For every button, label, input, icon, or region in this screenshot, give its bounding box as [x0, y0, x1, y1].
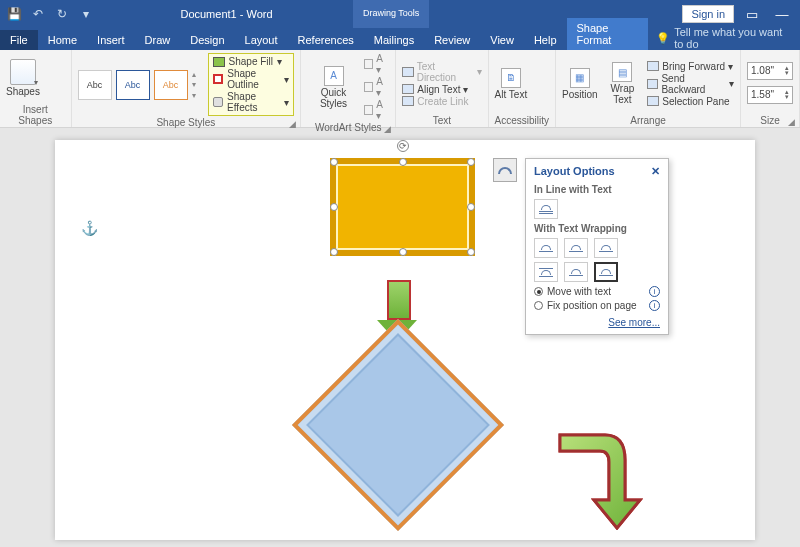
undo-icon[interactable]: ↶ — [30, 6, 46, 22]
effects-icon — [213, 97, 224, 107]
group-label-insert-shapes: Insert Shapes — [6, 103, 65, 126]
tab-home[interactable]: Home — [38, 30, 87, 50]
height-input[interactable]: 1.08"▴▾ — [747, 62, 793, 80]
move-with-text-radio[interactable]: Move with texti — [534, 286, 660, 297]
wrap-through-option[interactable] — [594, 238, 618, 258]
wrap-topbottom-option[interactable] — [534, 262, 558, 282]
create-link-button[interactable]: Create Link — [402, 96, 481, 107]
tab-view[interactable]: View — [480, 30, 524, 50]
wrap-inline-option[interactable] — [534, 199, 558, 219]
info-icon[interactable]: i — [649, 286, 660, 297]
selected-rectangle-shape[interactable]: ⟳ — [330, 158, 475, 256]
close-icon[interactable]: ✕ — [651, 165, 660, 178]
send-backward-button[interactable]: Send Backward ▾ — [647, 73, 734, 95]
tab-references[interactable]: References — [288, 30, 364, 50]
group-label-arrange: Arrange — [562, 114, 734, 126]
diamond-shape[interactable] — [292, 319, 504, 531]
gallery-more-icon[interactable]: ▾ — [192, 91, 204, 100]
outline-icon — [213, 74, 224, 84]
tab-layout[interactable]: Layout — [235, 30, 288, 50]
tab-draw[interactable]: Draw — [135, 30, 181, 50]
dialog-launcher-icon[interactable]: ◢ — [384, 124, 391, 134]
flyout-title: Layout Options — [534, 165, 615, 178]
gallery-up-icon[interactable]: ▴ — [192, 70, 204, 79]
tab-design[interactable]: Design — [180, 30, 234, 50]
tab-file[interactable]: File — [0, 30, 38, 50]
resize-handle[interactable] — [330, 248, 338, 256]
shape-outline-button[interactable]: Shape Outline ▾ — [213, 68, 290, 90]
group-label-shape-styles: Shape Styles◢ — [78, 116, 295, 128]
style-preset-2[interactable]: Abc — [116, 70, 150, 100]
info-icon[interactable]: i — [649, 300, 660, 311]
position-icon: ▦ — [570, 68, 590, 88]
tab-shape-format[interactable]: Shape Format — [567, 18, 649, 50]
ribbon-options-icon[interactable]: ▭ — [740, 7, 764, 22]
resize-handle[interactable] — [399, 158, 407, 166]
dialog-launcher-icon[interactable]: ◢ — [289, 119, 296, 129]
fill-icon — [213, 57, 225, 67]
gallery-down-icon[interactable]: ▾ — [192, 80, 204, 89]
wrap-icon: ▤ — [612, 62, 632, 82]
width-input[interactable]: 1.58"▴▾ — [747, 86, 793, 104]
layout-options-launcher[interactable] — [493, 158, 517, 182]
selection-pane-button[interactable]: Selection Pane — [647, 96, 734, 107]
quick-styles-button[interactable]: A Quick Styles — [307, 66, 360, 109]
tell-me-label: Tell me what you want to do — [674, 26, 792, 50]
resize-handle[interactable] — [467, 248, 475, 256]
group-label-wordart: WordArt Styles◢ — [307, 121, 389, 133]
shape-effects-button[interactable]: Shape Effects ▾ — [213, 91, 290, 113]
resize-handle[interactable] — [330, 203, 338, 211]
text-effects-button[interactable]: A ▾ — [364, 99, 389, 121]
dialog-launcher-icon[interactable]: ◢ — [788, 117, 795, 127]
alt-text-button[interactable]: 🗎 Alt Text — [495, 68, 528, 100]
shape-style-gallery[interactable]: Abc Abc Abc ▴▾▾ — [78, 70, 204, 100]
shapes-gallery-button[interactable]: Shapes — [6, 59, 40, 97]
bent-arrow-shape[interactable] — [555, 420, 645, 534]
ribbon: Shapes Insert Shapes Abc Abc Abc ▴▾▾ Sha… — [0, 50, 800, 128]
text-fill-button[interactable]: A ▾ — [364, 53, 389, 75]
tab-help[interactable]: Help — [524, 30, 567, 50]
bring-forward-button[interactable]: Bring Forward ▾ — [647, 61, 734, 72]
shape-fill-button[interactable]: Shape Fill ▾ — [213, 56, 290, 67]
section-wrapping: With Text Wrapping — [534, 223, 660, 234]
resize-handle[interactable] — [467, 158, 475, 166]
resize-handle[interactable] — [330, 158, 338, 166]
resize-handle[interactable] — [399, 248, 407, 256]
tab-mailings[interactable]: Mailings — [364, 30, 424, 50]
layout-options-flyout: Layout Options✕ In Line with Text With T… — [525, 158, 669, 335]
wrap-behind-option[interactable] — [564, 262, 588, 282]
text-outline-button[interactable]: A ▾ — [364, 76, 389, 98]
resize-handle[interactable] — [467, 203, 475, 211]
tab-review[interactable]: Review — [424, 30, 480, 50]
wrap-tight-option[interactable] — [564, 238, 588, 258]
position-button[interactable]: ▦Position — [562, 68, 598, 100]
section-inline: In Line with Text — [534, 184, 660, 195]
minimize-icon[interactable]: — — [770, 7, 794, 22]
tab-insert[interactable]: Insert — [87, 30, 135, 50]
fix-position-radio[interactable]: Fix position on pagei — [534, 300, 660, 311]
anchor-icon: ⚓ — [81, 220, 98, 236]
align-text-button[interactable]: Align Text ▾ — [402, 84, 481, 95]
sign-in-button[interactable]: Sign in — [682, 5, 734, 23]
wrap-text-button[interactable]: ▤Wrap Text — [602, 62, 644, 105]
ribbon-tabs: File Home Insert Draw Design Layout Refe… — [0, 28, 800, 50]
style-preset-3[interactable]: Abc — [154, 70, 188, 100]
wrap-square-option[interactable] — [534, 238, 558, 258]
document-page[interactable]: ⚓ ⟳ Layout Options✕ In Line with Text Wi… — [55, 140, 755, 540]
rotation-handle[interactable]: ⟳ — [397, 140, 409, 152]
style-preset-1[interactable]: Abc — [78, 70, 112, 100]
lightbulb-icon: 💡 — [656, 32, 670, 45]
group-label-size: Size◢ — [747, 114, 793, 126]
wrap-infront-option[interactable] — [594, 262, 618, 282]
qat-more-icon[interactable]: ▾ — [78, 6, 94, 22]
wrap-arc-icon — [498, 167, 512, 174]
redo-icon[interactable]: ↻ — [54, 6, 70, 22]
shape-style-tools-highlight: Shape Fill ▾ Shape Outline ▾ Shape Effec… — [208, 53, 295, 116]
see-more-link[interactable]: See more... — [534, 317, 660, 328]
title-bar: 💾 ↶ ↻ ▾ Document1 - Word Drawing Tools S… — [0, 0, 800, 28]
save-icon[interactable]: 💾 — [6, 6, 22, 22]
alt-text-icon: 🗎 — [501, 68, 521, 88]
tell-me-search[interactable]: 💡 Tell me what you want to do — [648, 26, 800, 50]
shapes-icon — [10, 59, 36, 85]
text-direction-button[interactable]: Text Direction ▾ — [402, 61, 481, 83]
